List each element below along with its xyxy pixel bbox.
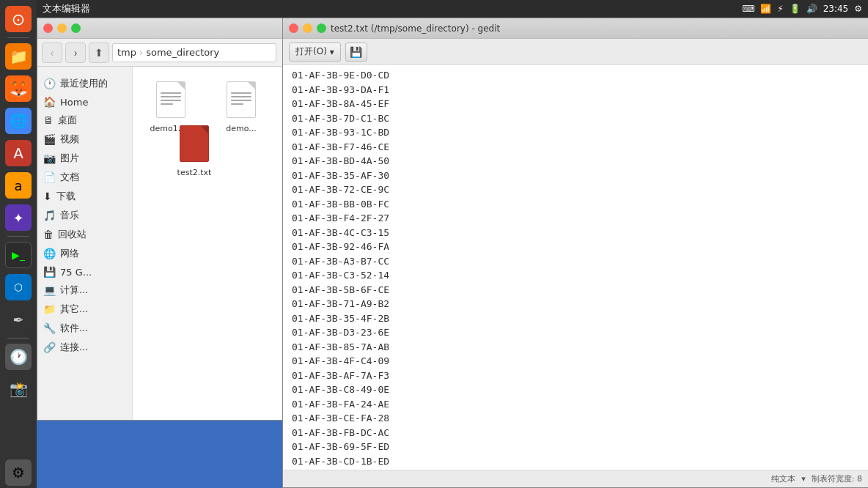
code-line: 01-AF-3B-BB-0B-FC [292, 197, 859, 212]
sidebar-item-pictures[interactable]: 📷 图片 [37, 149, 132, 168]
breadcrumb-some-directory[interactable]: some_directory [146, 47, 219, 58]
file-manager-toolbar: ‹ › ⬆ tmp › some_directory ☰ ⊞ [37, 39, 322, 67]
fm-maximize-button[interactable] [71, 23, 81, 33]
gedit2-toolbar: 打开(O) ▾ 💾 [283, 39, 868, 65]
code-line: 01-AF-3B-69-5F-ED [292, 440, 859, 454]
launcher-icon-files[interactable]: 📁 [3, 41, 34, 72]
top-panel-right: ⌨ 📶 ⚡ 🔋 🔊 23:45 ⚙ [742, 4, 862, 14]
drive1-icon: 💾 [43, 266, 56, 278]
launcher-icon-settings[interactable]: ⚙ [3, 457, 34, 488]
launcher-icon-vbox[interactable]: ⬡ [3, 272, 34, 303]
demo2-label: demo... [226, 124, 257, 133]
network-icon: 🌐 [43, 248, 56, 259]
sidebar-item-other[interactable]: 📁 其它... [37, 300, 132, 319]
fm-back-button[interactable]: ‹ [42, 42, 62, 63]
launcher-icon-apps[interactable]: ✦ [3, 202, 34, 233]
sidebar-item-videos[interactable]: 🎬 视频 [37, 130, 132, 149]
sidebar-connect-label: 连接... [60, 341, 88, 354]
fm-parent-button[interactable]: ⬆ [89, 42, 109, 63]
code-line: 01-AF-3B-A3-B7-CC [292, 254, 859, 269]
sidebar-item-connect[interactable]: 🔗 连接... [37, 338, 132, 357]
code-line: 01-AF-3B-4C-C3-15 [292, 226, 859, 240]
gedit2-save-icon: 💾 [350, 46, 362, 58]
code-line: 01-AF-3B-7D-C1-BC [292, 111, 859, 126]
connect-icon: 🔗 [43, 341, 56, 353]
sidebar-videos-label: 视频 [60, 133, 79, 146]
code-line: 01-AF-3B-72-CE-9C [292, 182, 859, 197]
sidebar-recent-label: 最近使用的 [60, 77, 108, 90]
sidebar-item-network[interactable]: 🌐 网络 [37, 244, 132, 263]
sidebar-item-music[interactable]: 🎵 音乐 [37, 206, 132, 225]
launcher-divider-3 [7, 338, 29, 339]
gedit2-maximize-button[interactable] [317, 23, 326, 33]
sidebar-item-home[interactable]: 🏠 Home [37, 93, 132, 111]
keyboard-icon: ⌨ [742, 4, 754, 14]
test2-file-icon [177, 122, 212, 165]
demo1-file-icon [153, 78, 188, 121]
launcher-icon-amazon[interactable]: a [3, 170, 34, 201]
gedit2-save-button[interactable]: 💾 [345, 42, 367, 62]
gedit2-window: test2.txt (/tmp/some_directory) - gedit … [282, 18, 868, 488]
trash-icon: 🗑 [43, 229, 54, 240]
sidebar-item-desktop[interactable]: 🖥 桌面 [37, 111, 132, 130]
launcher-divider-2 [7, 236, 29, 237]
sidebar-item-software[interactable]: 🔧 软件... [37, 319, 132, 338]
gedit2-statusbar: 纯文本 ▾ 制表符宽度: 8 [283, 470, 868, 487]
launcher-icon-terminal[interactable]: ▶_ [3, 240, 34, 270]
sidebar-item-downloads[interactable]: ⬇ 下载 [37, 187, 132, 206]
code-line: 01-AF-3B-5B-6F-CE [292, 283, 859, 297]
file-manager-body: 🕐 最近使用的 🏠 Home 🖥 桌面 🎬 视频 📷 图片 [37, 67, 322, 420]
txt-orange-icon [180, 125, 209, 162]
sidebar-network-label: 网络 [60, 247, 79, 260]
fm-close-button[interactable] [43, 23, 53, 33]
code-line: 01-AF-3B-93-1C-BD [292, 125, 859, 140]
fm-forward-button[interactable]: › [65, 42, 86, 63]
launcher-divider [7, 37, 29, 38]
launcher-icon-clock[interactable]: 🕐 [3, 341, 34, 372]
launcher-icon-camera[interactable]: 📸 [3, 374, 34, 404]
sidebar-music-label: 音乐 [60, 209, 79, 222]
fm-minimize-button[interactable] [57, 23, 67, 33]
sidebar-item-drive1[interactable]: 💾 75 G... [37, 263, 132, 281]
launcher-icon-inkscape[interactable]: ✒ [3, 304, 34, 335]
code-line: 01-AF-3B-9E-D0-CD [292, 68, 859, 83]
launcher: ⊙ 📁 🦊 🌐 A a ✦ ▶_ ⬡ ✒ 🕐 📸 ⚙ [0, 0, 37, 488]
desktop-icon: 🖥 [43, 114, 54, 126]
code-line: 01-AF-3B-C3-52-14 [292, 268, 859, 283]
gedit2-close-button[interactable] [289, 23, 298, 33]
top-panel: 文本编辑器 ⌨ 📶 ⚡ 🔋 🔊 23:45 ⚙ [37, 0, 868, 18]
downloads-icon: ⬇ [43, 191, 52, 202]
code-line: 01-AF-3B-92-46-FA [292, 240, 859, 254]
sidebar-desktop-label: 桌面 [58, 114, 77, 127]
home-icon: 🏠 [43, 96, 56, 108]
gedit2-titlebar: test2.txt (/tmp/some_directory) - gedit [283, 18, 868, 39]
sidebar-item-documents[interactable]: 📄 文档 [37, 168, 132, 187]
file-manager-titlebar [37, 18, 322, 39]
sidebar-section-bookmarks: 🕐 最近使用的 🏠 Home 🖥 桌面 🎬 视频 📷 图片 [37, 73, 132, 358]
fm-file-test2[interactable]: test2.txt [165, 119, 224, 180]
gedit2-title: test2.txt (/tmp/some_directory) - gedit [331, 23, 500, 34]
code-line: 01-AF-3B-FB-DC-AC [292, 426, 859, 440]
gedit2-minimize-button[interactable] [303, 23, 312, 33]
launcher-icon-libreoffice[interactable]: A [3, 138, 34, 169]
sidebar-software-label: 软件... [60, 322, 88, 335]
launcher-icon-firefox[interactable]: 🦊 [3, 73, 34, 104]
bluetooth-icon: ⚡ [777, 4, 783, 14]
file-manager-breadcrumb: tmp › some_directory [112, 43, 276, 62]
breadcrumb-tmp[interactable]: tmp [117, 47, 136, 58]
software-icon: 🔧 [43, 322, 56, 334]
code-line: 01-AF-3B-D3-23-6E [292, 325, 859, 340]
file-manager-window: ‹ › ⬆ tmp › some_directory ☰ ⊞ 🕐 最近使用的 🏠… [37, 18, 323, 421]
computer-icon: 💻 [43, 284, 56, 296]
gedit2-mode-label: 纯文本 [771, 473, 795, 484]
sidebar-item-computer[interactable]: 💻 计算... [37, 281, 132, 300]
launcher-icon-chrome[interactable]: 🌐 [3, 106, 34, 136]
launcher-icon-ubuntu[interactable]: ⊙ [3, 4, 34, 34]
gedit2-content[interactable]: 01-AF-3B-9E-D0-CD01-AF-3B-93-DA-F101-AF-… [283, 65, 868, 470]
wifi-icon: 📶 [760, 4, 771, 14]
other-icon: 📁 [43, 303, 56, 315]
sidebar-item-recent[interactable]: 🕐 最近使用的 [37, 74, 132, 93]
gedit2-open-button[interactable]: 打开(O) ▾ [289, 42, 341, 62]
sidebar-item-trash[interactable]: 🗑 回收站 [37, 225, 132, 244]
code-line: 01-AF-3B-CD-1B-ED [292, 454, 859, 469]
